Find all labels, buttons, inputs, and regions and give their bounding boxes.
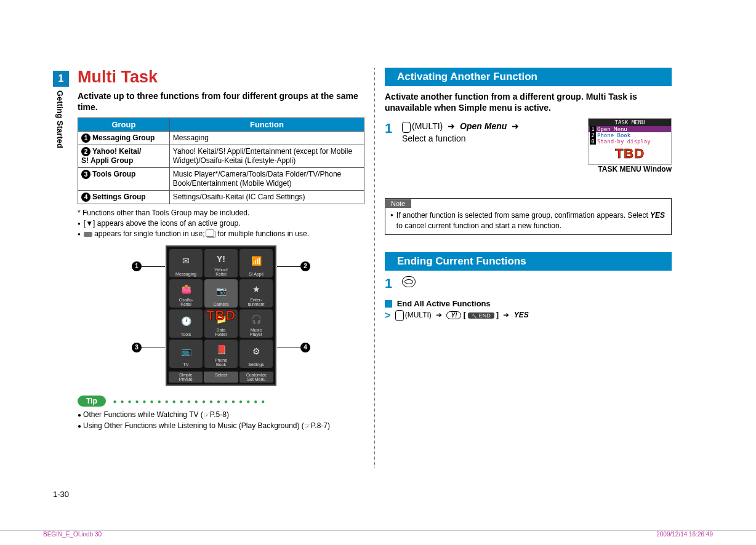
tip-dots: ●●●●●●●●●●●●●●●●●●●●● <box>113 398 268 405</box>
chevron-icon: > <box>385 310 390 320</box>
footer-file: BEGIN_E_OI.indb 30 <box>43 531 102 538</box>
table-row: 1Messaging Group Messaging <box>78 132 364 145</box>
y-button-icon: Y! <box>446 311 461 319</box>
end-pill: 🔧 END <box>468 312 494 319</box>
step-1-end: 1 <box>385 276 672 292</box>
bullet-1: [▼] appears above the icons of an active… <box>78 218 364 229</box>
row-func: Music Player*/Camera/Tools/Data Folder/T… <box>169 168 364 191</box>
callout-2: 2 <box>300 261 310 271</box>
tip-item: Using Other Functions while Listening to… <box>78 420 364 431</box>
note-text: to cancel current function and start a n… <box>396 221 561 230</box>
menu-camera: 📷Camera <box>204 279 238 308</box>
wallet-icon: 👛 <box>181 280 191 298</box>
chapter-number: 1 <box>53 71 69 87</box>
task-row: 2Phone Book <box>589 132 671 138</box>
softkey-right: CustomizeSet Menu <box>239 372 273 383</box>
menu-screenshot: 1 2 3 4 ✉Messaging Y!Yahoo! Keitai 📶S! A… <box>132 245 310 386</box>
menu-sappli: 📶S! Appli <box>239 249 273 277</box>
menu-music: 🎧Music Player <box>239 309 273 338</box>
subsection-ending: Ending Current Functions <box>385 252 672 271</box>
row-func: Settings/Osaifu-Keitai (IC Card Settings… <box>169 191 364 204</box>
multi-func-icon <box>207 231 215 238</box>
footer-timestamp: 2009/12/14 16:26:49 <box>656 531 713 538</box>
camera-icon: 📷 <box>216 280 227 302</box>
callout-3: 3 <box>132 343 142 352</box>
page-number: 1-30 <box>53 490 69 499</box>
star-icon: ★ <box>252 280 260 298</box>
section-intro: Activate up to three functions from four… <box>78 90 364 113</box>
yes-keyword: YES <box>514 311 529 319</box>
multi-key-icon <box>395 310 404 321</box>
end-key-icon <box>402 276 416 287</box>
menu-messaging: ✉Messaging <box>169 249 203 277</box>
task-row: 0Stand-by display <box>589 138 671 145</box>
subsection-activating: Activating Another Function <box>385 68 672 86</box>
text: for multiple functions in use. <box>217 229 309 238</box>
end-all-sequence: > (MULTI) ➜ Y! [ 🔧 END ] ➜ YES <box>385 310 672 321</box>
task-window-figure: TASK MENU 1Open Menu 2Phone Book 0Stand-… <box>585 118 672 173</box>
table-row: 4Settings Group Settings/Osaifu-Keitai (… <box>78 191 364 204</box>
envelope-icon: ✉ <box>182 250 190 272</box>
note-text: If another function is selected from sam… <box>396 211 650 220</box>
group-table: Group Function 1Messaging Group Messagin… <box>78 117 364 204</box>
text: [ <box>84 219 86 228</box>
menu-command: Open Menu <box>460 121 507 131</box>
key-label: (MULTI) <box>412 121 443 131</box>
subsection-intro: Activate another function from a differe… <box>385 91 672 113</box>
section-title: Multi Task <box>78 68 364 87</box>
single-func-icon <box>84 232 92 237</box>
row-num: 3 <box>81 170 90 179</box>
row-group: Settings Group <box>92 193 146 201</box>
clock-icon: 🕐 <box>181 311 191 332</box>
book-icon: 📕 <box>216 341 227 358</box>
tip-badge: Tip <box>78 396 106 407</box>
row-group: Messaging Group <box>92 133 155 142</box>
table-row: 3Tools Group Music Player*/Camera/Tools/… <box>78 168 364 191</box>
row-func: Messaging <box>169 132 364 145</box>
tv-icon: 📺 <box>181 341 191 362</box>
softkey-center: Select <box>204 372 238 383</box>
end-all-row: End All Active Functions <box>385 299 672 308</box>
menu-yahoo: Y!Yahoo! Keitai <box>204 249 238 277</box>
step-number: 1 <box>385 121 396 145</box>
step-number: 1 <box>385 276 396 292</box>
task-window-title: TASK MENU <box>589 119 671 126</box>
antenna-icon: 📶 <box>251 250 262 272</box>
note-badge: Note <box>385 199 411 208</box>
menu-tv: 📺TV <box>169 340 203 368</box>
print-footer: BEGIN_E_OI.indb 30 2009/12/14 16:26:49 <box>0 530 756 538</box>
menu-osaifu: 👛Osaifu- Keitai <box>169 279 203 308</box>
row-num: 4 <box>81 193 90 202</box>
note-box: Note If another function is selected fro… <box>385 198 672 234</box>
note-bullet: If another function is selected from sam… <box>390 210 666 230</box>
footnote: * Functions other than Tools Group may b… <box>78 208 364 218</box>
end-all-label: End All Active Functions <box>397 299 491 308</box>
task-row: 1Open Menu <box>589 126 671 132</box>
text: appears for single function in use; <box>94 229 207 238</box>
left-column: Multi Task Activate up to three function… <box>70 68 372 467</box>
tip-section: Tip ●●●●●●●●●●●●●●●●●●●●● Other Function… <box>78 396 364 431</box>
menu-tools: 🕐Tools <box>169 309 203 338</box>
softkey-left: SimplePrivate <box>169 372 203 383</box>
yes-keyword: YES <box>650 211 665 220</box>
table-footnotes: * Functions other than Tools Group may b… <box>78 208 364 239</box>
chapter-name: Getting Started <box>53 87 65 148</box>
task-window-caption: TASK MENU Window <box>585 165 672 173</box>
row-num: 1 <box>81 133 90 143</box>
step-1: 1 (MULTI) ➜ Open Menu ➜ Select a functio… <box>385 121 585 145</box>
callout-1: 1 <box>132 261 142 271</box>
row-num: 2 <box>81 147 90 156</box>
text: ] appears above the icons of an active g… <box>93 219 241 228</box>
col-function: Function <box>169 118 364 132</box>
row-group: Tools Group <box>92 170 135 178</box>
menu-settings: ⚙Settings <box>239 340 273 368</box>
step-instruction: Select a function <box>402 133 466 143</box>
gear-icon: ⚙ <box>252 341 260 362</box>
col-group: Group <box>78 118 170 132</box>
row-func: Yahoo! Keitai/S! Appli/Entertainment (ex… <box>169 145 364 168</box>
tbd-overlay: TBD <box>589 145 671 164</box>
menu-phonebook: 📕Phone Book <box>204 340 238 368</box>
bullet-2: appears for single function in use; for … <box>78 229 364 239</box>
square-bullet-icon <box>385 300 392 308</box>
tip-item: Other Functions while Watching TV (☞P.5-… <box>78 409 364 420</box>
